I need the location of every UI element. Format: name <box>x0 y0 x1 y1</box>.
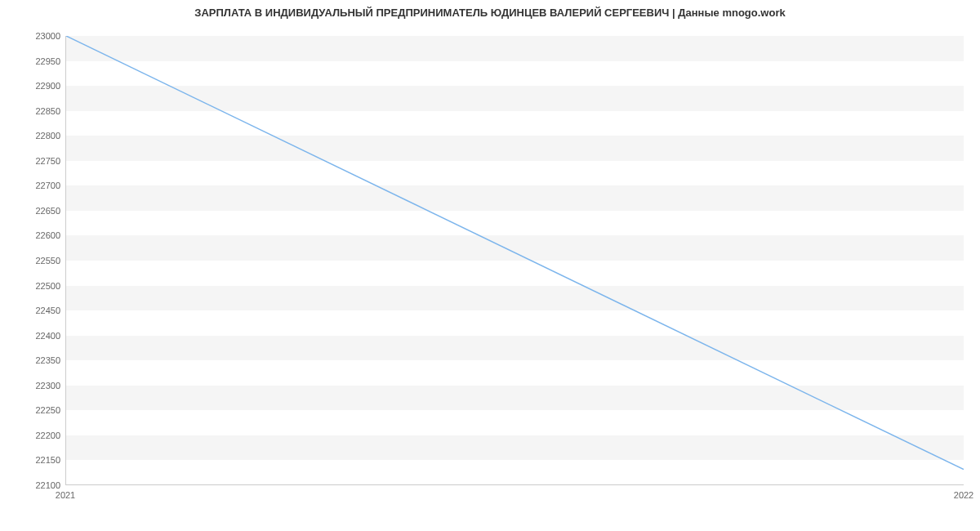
y-tick-label: 22600 <box>3 230 60 240</box>
y-tick-label: 22800 <box>3 131 60 141</box>
grid-band <box>66 286 964 311</box>
y-tick-label: 22400 <box>3 331 60 341</box>
grid-band <box>66 86 964 111</box>
y-tick-label: 22300 <box>3 381 60 390</box>
plot-area <box>65 36 964 485</box>
grid-band <box>66 136 964 161</box>
y-tick-label: 22750 <box>3 156 60 166</box>
y-tick-label: 22900 <box>3 81 60 91</box>
y-tick-label: 22550 <box>3 256 60 266</box>
grid-band <box>66 386 964 411</box>
y-tick-label: 22250 <box>3 405 60 415</box>
y-tick-label: 22200 <box>3 431 60 440</box>
grid-band <box>66 336 964 361</box>
x-tick-label: 2021 <box>56 490 75 500</box>
y-tick-label: 22950 <box>3 56 60 66</box>
y-tick-label: 22350 <box>3 355 60 365</box>
y-tick-label: 22100 <box>3 480 60 490</box>
y-tick-label: 22450 <box>3 306 60 315</box>
grid-band <box>66 435 964 461</box>
y-tick-label: 22150 <box>3 455 60 465</box>
y-tick-label: 22850 <box>3 106 60 116</box>
chart-title: ЗАРПЛАТА В ИНДИВИДУАЛЬНЫЙ ПРЕДПРИНИМАТЕЛ… <box>0 7 980 19</box>
grid-band <box>66 235 964 261</box>
y-tick-label: 22500 <box>3 281 60 291</box>
y-tick-label: 22650 <box>3 206 60 216</box>
grid-band <box>66 185 964 211</box>
x-tick-label: 2022 <box>954 490 973 500</box>
grid-band <box>66 36 964 61</box>
y-tick-label: 23000 <box>3 31 60 41</box>
y-tick-label: 22700 <box>3 181 60 190</box>
